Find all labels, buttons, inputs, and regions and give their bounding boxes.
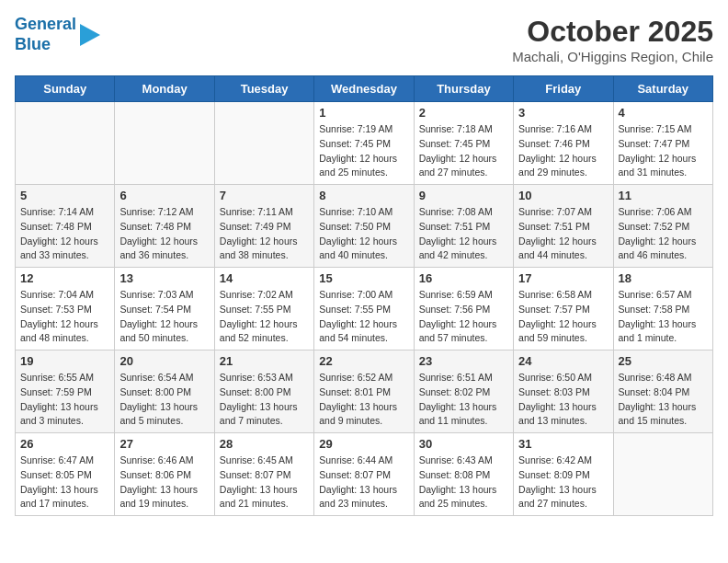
day-info: Sunrise: 6:46 AMSunset: 8:06 PMDaylight:… <box>119 454 209 511</box>
day-info: Sunrise: 6:59 AMSunset: 7:56 PMDaylight:… <box>419 288 508 346</box>
calendar-cell: 25 Sunrise: 6:48 AMSunset: 8:04 PMDaylig… <box>613 350 712 433</box>
calendar-cell: 2 Sunrise: 7:18 AMSunset: 7:45 PMDayligh… <box>414 102 513 185</box>
day-info: Sunrise: 7:19 AMSunset: 7:45 PMDaylight:… <box>319 122 408 180</box>
calendar-week-row: 26 Sunrise: 6:47 AMSunset: 8:05 PMDaylig… <box>16 433 713 516</box>
calendar-week-row: 12 Sunrise: 7:04 AMSunset: 7:53 PMDaylig… <box>16 268 713 350</box>
calendar-cell: 8 Sunrise: 7:10 AMSunset: 7:50 PMDayligh… <box>314 185 414 268</box>
day-info: Sunrise: 7:00 AMSunset: 7:55 PMDaylight:… <box>319 288 408 346</box>
day-number: 16 <box>419 271 508 285</box>
calendar-cell: 20 Sunrise: 6:54 AMSunset: 8:00 PMDaylig… <box>115 350 214 433</box>
day-number: 17 <box>518 271 608 285</box>
calendar-cell: 21 Sunrise: 6:53 AMSunset: 8:00 PMDaylig… <box>214 350 313 433</box>
day-number: 28 <box>220 437 309 451</box>
day-number: 5 <box>20 189 109 202</box>
calendar-cell: 27 Sunrise: 6:46 AMSunset: 8:06 PMDaylig… <box>115 433 214 516</box>
day-number: 10 <box>518 189 608 202</box>
calendar-cell: 28 Sunrise: 6:45 AMSunset: 8:07 PMDaylig… <box>214 433 313 516</box>
calendar-cell: 5 Sunrise: 7:14 AMSunset: 7:48 PMDayligh… <box>16 185 115 268</box>
day-info: Sunrise: 6:53 AMSunset: 8:00 PMDaylight:… <box>220 371 309 429</box>
day-info: Sunrise: 7:02 AMSunset: 7:55 PMDaylight:… <box>220 288 309 346</box>
calendar-cell: 4 Sunrise: 7:15 AMSunset: 7:47 PMDayligh… <box>613 102 712 185</box>
month-title: October 2025 <box>512 15 713 49</box>
day-number: 26 <box>20 437 109 451</box>
calendar-cell: 11 Sunrise: 7:06 AMSunset: 7:52 PMDaylig… <box>613 185 712 268</box>
day-number: 23 <box>419 354 508 368</box>
calendar-cell: 10 Sunrise: 7:07 AMSunset: 7:51 PMDaylig… <box>514 185 613 268</box>
day-number: 2 <box>419 106 508 120</box>
calendar-week-row: 5 Sunrise: 7:14 AMSunset: 7:48 PMDayligh… <box>16 185 713 268</box>
calendar-table: SundayMondayTuesdayWednesdayThursdayFrid… <box>15 75 713 516</box>
location-subtitle: Machali, O'Higgins Region, Chile <box>512 49 713 64</box>
day-number: 11 <box>619 189 708 202</box>
page-header: GeneralBlue October 2025 Machali, O'Higg… <box>15 15 713 64</box>
title-block: October 2025 Machali, O'Higgins Region, … <box>512 15 713 64</box>
calendar-cell: 29 Sunrise: 6:44 AMSunset: 8:07 PMDaylig… <box>314 433 414 516</box>
day-info: Sunrise: 6:47 AMSunset: 8:05 PMDaylight:… <box>20 454 109 511</box>
day-number: 31 <box>518 437 608 451</box>
weekday-header-saturday: Saturday <box>613 76 712 102</box>
day-number: 19 <box>20 354 109 368</box>
calendar-cell: 22 Sunrise: 6:52 AMSunset: 8:01 PMDaylig… <box>314 350 414 433</box>
logo-text: GeneralBlue <box>15 15 76 54</box>
day-info: Sunrise: 7:12 AMSunset: 7:48 PMDaylight:… <box>119 205 209 263</box>
day-number: 3 <box>518 106 608 120</box>
day-number: 13 <box>119 271 209 285</box>
day-number: 7 <box>220 189 309 202</box>
calendar-cell: 12 Sunrise: 7:04 AMSunset: 7:53 PMDaylig… <box>16 268 115 350</box>
day-info: Sunrise: 7:06 AMSunset: 7:52 PMDaylight:… <box>619 205 708 263</box>
calendar-cell: 18 Sunrise: 6:57 AMSunset: 7:58 PMDaylig… <box>613 268 712 350</box>
calendar-cell <box>214 102 313 185</box>
calendar-cell: 14 Sunrise: 7:02 AMSunset: 7:55 PMDaylig… <box>214 268 313 350</box>
calendar-cell: 13 Sunrise: 7:03 AMSunset: 7:54 PMDaylig… <box>115 268 214 350</box>
calendar-cell: 23 Sunrise: 6:51 AMSunset: 8:02 PMDaylig… <box>414 350 513 433</box>
day-info: Sunrise: 7:11 AMSunset: 7:49 PMDaylight:… <box>220 205 309 263</box>
day-number: 29 <box>319 437 408 451</box>
day-info: Sunrise: 7:08 AMSunset: 7:51 PMDaylight:… <box>419 205 508 263</box>
calendar-cell: 3 Sunrise: 7:16 AMSunset: 7:46 PMDayligh… <box>514 102 613 185</box>
day-info: Sunrise: 7:14 AMSunset: 7:48 PMDaylight:… <box>20 205 109 263</box>
day-number: 24 <box>518 354 608 368</box>
calendar-cell: 15 Sunrise: 7:00 AMSunset: 7:55 PMDaylig… <box>314 268 414 350</box>
day-number: 30 <box>419 437 508 451</box>
day-number: 12 <box>20 271 109 285</box>
calendar-cell: 6 Sunrise: 7:12 AMSunset: 7:48 PMDayligh… <box>115 185 214 268</box>
calendar-cell: 1 Sunrise: 7:19 AMSunset: 7:45 PMDayligh… <box>314 102 414 185</box>
calendar-week-row: 19 Sunrise: 6:55 AMSunset: 7:59 PMDaylig… <box>16 350 713 433</box>
calendar-cell: 30 Sunrise: 6:43 AMSunset: 8:08 PMDaylig… <box>414 433 513 516</box>
day-number: 18 <box>619 271 708 285</box>
day-info: Sunrise: 6:58 AMSunset: 7:57 PMDaylight:… <box>518 288 608 346</box>
calendar-week-row: 1 Sunrise: 7:19 AMSunset: 7:45 PMDayligh… <box>16 102 713 185</box>
day-info: Sunrise: 6:52 AMSunset: 8:01 PMDaylight:… <box>319 371 408 429</box>
day-info: Sunrise: 6:51 AMSunset: 8:02 PMDaylight:… <box>419 371 508 429</box>
weekday-header-monday: Monday <box>115 76 214 102</box>
day-info: Sunrise: 6:54 AMSunset: 8:00 PMDaylight:… <box>119 371 209 429</box>
weekday-header-row: SundayMondayTuesdayWednesdayThursdayFrid… <box>16 76 713 102</box>
weekday-header-sunday: Sunday <box>16 76 115 102</box>
day-info: Sunrise: 7:04 AMSunset: 7:53 PMDaylight:… <box>20 288 109 346</box>
day-number: 21 <box>220 354 309 368</box>
day-number: 15 <box>319 271 408 285</box>
day-number: 9 <box>419 189 508 202</box>
calendar-cell <box>16 102 115 185</box>
calendar-cell: 7 Sunrise: 7:11 AMSunset: 7:49 PMDayligh… <box>214 185 313 268</box>
calendar-cell <box>613 433 712 516</box>
day-number: 22 <box>319 354 408 368</box>
day-info: Sunrise: 7:16 AMSunset: 7:46 PMDaylight:… <box>518 122 608 180</box>
day-info: Sunrise: 7:10 AMSunset: 7:50 PMDaylight:… <box>319 205 408 263</box>
weekday-header-tuesday: Tuesday <box>214 76 313 102</box>
calendar-cell <box>115 102 214 185</box>
svg-marker-0 <box>80 24 100 46</box>
day-info: Sunrise: 7:07 AMSunset: 7:51 PMDaylight:… <box>518 205 608 263</box>
day-info: Sunrise: 6:48 AMSunset: 8:04 PMDaylight:… <box>619 371 708 429</box>
day-info: Sunrise: 6:50 AMSunset: 8:03 PMDaylight:… <box>518 371 608 429</box>
day-info: Sunrise: 7:18 AMSunset: 7:45 PMDaylight:… <box>419 122 508 180</box>
calendar-cell: 26 Sunrise: 6:47 AMSunset: 8:05 PMDaylig… <box>16 433 115 516</box>
calendar-cell: 17 Sunrise: 6:58 AMSunset: 7:57 PMDaylig… <box>514 268 613 350</box>
day-number: 8 <box>319 189 408 202</box>
weekday-header-friday: Friday <box>514 76 613 102</box>
day-info: Sunrise: 7:15 AMSunset: 7:47 PMDaylight:… <box>619 122 708 180</box>
logo: GeneralBlue <box>15 15 100 54</box>
weekday-header-thursday: Thursday <box>414 76 513 102</box>
day-info: Sunrise: 6:44 AMSunset: 8:07 PMDaylight:… <box>319 454 408 511</box>
calendar-cell: 16 Sunrise: 6:59 AMSunset: 7:56 PMDaylig… <box>414 268 513 350</box>
